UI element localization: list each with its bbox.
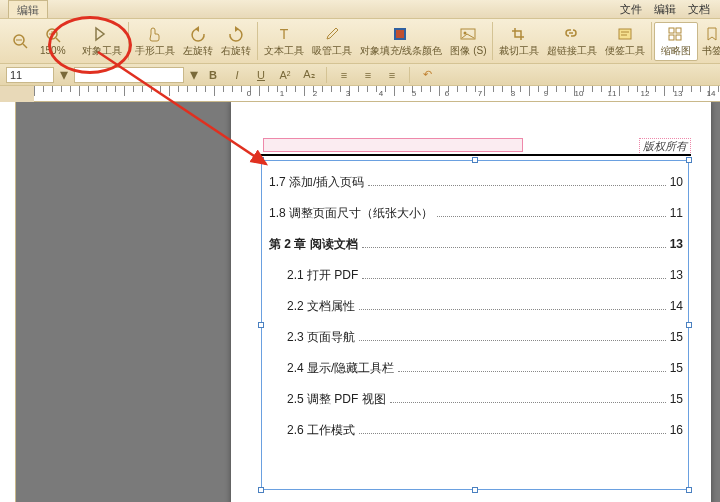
resize-handle-w[interactable] <box>258 322 264 328</box>
toc-page: 15 <box>670 330 683 344</box>
rotate-right-button[interactable]: 右旋转 <box>217 23 255 60</box>
toc-leader <box>362 247 666 248</box>
toc-entry: 2.5 调整 PDF 视图15 <box>269 391 683 408</box>
toc-title: 2.4 显示/隐藏工具栏 <box>287 360 394 377</box>
align-right-button[interactable]: ≡ <box>383 67 401 83</box>
toc-title: 1.8 调整页面尺寸（纸张大小） <box>269 205 433 222</box>
image-button[interactable]: 图像 (S) <box>446 23 490 60</box>
hand-tool-button[interactable]: 手形工具 <box>131 23 179 60</box>
font-combo[interactable] <box>74 67 184 83</box>
fill-stroke-icon <box>391 25 411 43</box>
resize-handle-s[interactable] <box>472 487 478 493</box>
rotate-left-icon <box>188 25 208 43</box>
crop-label: 裁切工具 <box>499 44 539 58</box>
crop-button[interactable]: 裁切工具 <box>495 23 543 60</box>
note-label: 便签工具 <box>605 44 645 58</box>
resize-handle-nw[interactable] <box>258 157 264 163</box>
resize-handle-sw[interactable] <box>258 487 264 493</box>
svg-rect-17 <box>676 35 681 40</box>
menu-file[interactable]: 文件 <box>620 2 642 16</box>
bookmark-label: 书签 <box>702 44 720 58</box>
toc-title: 2.6 工作模式 <box>287 422 355 439</box>
toc-leader <box>359 340 666 341</box>
toc-entry: 2.2 文档属性14 <box>269 298 683 315</box>
toc-entry: 2.4 显示/隐藏工具栏15 <box>269 360 683 377</box>
toc-entry: 2.6 工作模式16 <box>269 422 683 439</box>
rotate-left-button[interactable]: 左旋转 <box>179 23 217 60</box>
fontsize-combo[interactable] <box>6 67 54 83</box>
toc-leader <box>368 185 665 186</box>
hyperlink-button[interactable]: 超链接工具 <box>543 23 601 60</box>
object-tool-label: 对象工具 <box>82 44 122 58</box>
hyperlink-label: 超链接工具 <box>547 44 597 58</box>
bookmark-button[interactable]: 书签 <box>698 23 720 60</box>
document-canvas[interactable]: 版权所有 1.7 添加/插入页码101.8 调整页面尺寸（纸张大小）11第 2 … <box>16 102 720 502</box>
rotate-left-label: 左旋转 <box>183 44 213 58</box>
toc-leader <box>390 402 666 403</box>
menu-edit[interactable]: 编辑 <box>654 2 676 16</box>
svg-line-4 <box>56 38 60 42</box>
align-left-button[interactable]: ≡ <box>335 67 353 83</box>
fill-stroke-button[interactable]: 对象填充/线条颜色 <box>356 23 447 60</box>
header-right-text: 版权所有 <box>639 138 691 155</box>
vertical-ruler[interactable] <box>0 102 16 502</box>
menu-more[interactable]: 文档 <box>688 2 710 16</box>
thumbnail-icon <box>666 25 686 43</box>
image-icon <box>458 25 478 43</box>
eyedropper-button[interactable]: 吸管工具 <box>308 23 356 60</box>
rotate-right-icon <box>226 25 246 43</box>
thumbnail-button[interactable]: 缩略图 <box>654 22 698 61</box>
svg-text:T: T <box>279 26 288 42</box>
subscript-button[interactable]: A₂ <box>300 67 318 83</box>
toc-page: 15 <box>670 392 683 406</box>
toc-page: 15 <box>670 361 683 375</box>
resize-handle-n[interactable] <box>472 157 478 163</box>
resize-handle-se[interactable] <box>686 487 692 493</box>
page: 版权所有 1.7 添加/插入页码101.8 调整页面尺寸（纸张大小）11第 2 … <box>231 102 711 502</box>
bold-button[interactable]: B <box>204 67 222 83</box>
text-tool-button[interactable]: T文本工具 <box>260 23 308 60</box>
menu-bar: 文件 编辑 文档 <box>0 0 720 18</box>
superscript-button[interactable]: A² <box>276 67 294 83</box>
italic-button[interactable]: I <box>228 67 246 83</box>
undo-button[interactable]: ↶ <box>418 67 436 83</box>
toc-title: 2.3 页面导航 <box>287 329 355 346</box>
active-tab[interactable]: 编辑 <box>8 0 48 20</box>
toc-entry: 2.3 页面导航15 <box>269 329 683 346</box>
svg-rect-11 <box>619 29 631 39</box>
rotate-right-label: 右旋转 <box>221 44 251 58</box>
note-icon <box>615 25 635 43</box>
toc-leader <box>362 278 665 279</box>
zoom-in-button[interactable]: 150% <box>36 24 70 58</box>
toc-leader <box>359 309 666 310</box>
toc-page: 10 <box>670 175 683 189</box>
underline-button[interactable]: U <box>252 67 270 83</box>
zoom-out-button[interactable] <box>6 30 34 52</box>
toc-entry: 1.7 添加/插入页码10 <box>269 174 683 191</box>
toc-title: 2.1 打开 PDF <box>287 267 358 284</box>
ribbon-toolbar: 150% 对象工具手形工具左旋转右旋转T文本工具吸管工具对象填充/线条颜色图像 … <box>0 18 720 64</box>
header-selection[interactable] <box>263 138 523 152</box>
header-rule <box>259 154 691 156</box>
resize-handle-ne[interactable] <box>686 157 692 163</box>
zoom-level: 150% <box>40 45 66 56</box>
toc-leader <box>359 433 666 434</box>
toc-page: 13 <box>670 268 683 282</box>
toc-title: 2.5 调整 PDF 视图 <box>287 391 386 408</box>
toc-page: 14 <box>670 299 683 313</box>
text-tool-icon: T <box>274 25 294 43</box>
bookmark-icon <box>702 25 720 43</box>
note-button[interactable]: 便签工具 <box>601 23 649 60</box>
align-center-button[interactable]: ≡ <box>359 67 377 83</box>
text-tool-label: 文本工具 <box>264 44 304 58</box>
eyedropper-icon <box>322 25 342 43</box>
format-bar: ▾ ▾ B I U A² A₂ ≡ ≡ ≡ ↶ <box>0 64 720 86</box>
resize-handle-e[interactable] <box>686 322 692 328</box>
toc-page: 11 <box>670 206 683 220</box>
toc-leader <box>437 216 666 217</box>
toc-title: 2.2 文档属性 <box>287 298 355 315</box>
toc-content: 1.7 添加/插入页码101.8 调整页面尺寸（纸张大小）11第 2 章 阅读文… <box>269 164 683 453</box>
svg-point-10 <box>464 31 467 34</box>
horizontal-ruler[interactable]: 01234567891011121314 <box>34 86 720 102</box>
object-tool-button[interactable]: 对象工具 <box>78 23 126 60</box>
